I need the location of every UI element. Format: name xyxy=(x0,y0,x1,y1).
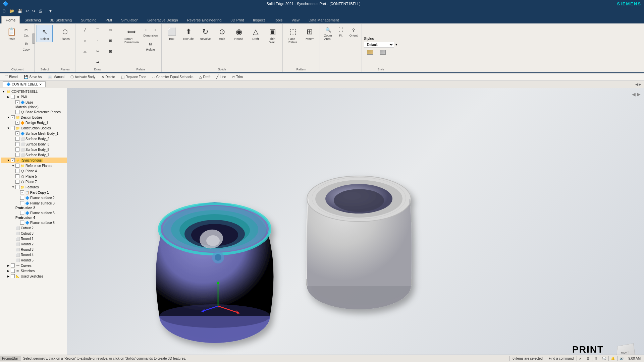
draw-pattern-button[interactable]: ⊞ xyxy=(104,46,116,56)
tree-item-surface-body-7[interactable]: ⬜ Surface Body_7 xyxy=(1,152,67,158)
tree-item-reference-planes[interactable]: ▼ 📁 Reference Planes xyxy=(1,163,67,168)
pattern-button[interactable]: ⊞ Pattern xyxy=(302,25,318,42)
surface-body-5-checkbox[interactable] xyxy=(15,147,19,152)
3d-viewport[interactable]: PRINT 3DD TOP FRONT ◀ ▶ xyxy=(67,88,644,362)
tree-item-surface-mesh-body-1[interactable]: ▶ ✓ 🔷 Surface Mesh Body_1 xyxy=(1,131,67,136)
tree-item-planar-surface-3[interactable]: 🔷 Planar surface 3 xyxy=(1,200,67,206)
undo-button[interactable]: ↩ xyxy=(24,8,30,14)
dimension-button[interactable]: ⟵⟶Dimension xyxy=(142,25,160,38)
view-nav-arrows[interactable]: ◀ ▶ xyxy=(632,92,641,97)
extrude-button[interactable]: ⬆ Extrude xyxy=(180,25,197,42)
synchronous-toggle[interactable]: ▼ xyxy=(6,158,11,163)
tree-item-surface-body-3[interactable]: ⬜ Surface Body_3 xyxy=(1,141,67,147)
style-icon-2[interactable] xyxy=(377,49,389,56)
tree-item-base[interactable]: ▶ ✓ 🔷 Base xyxy=(1,100,67,105)
reference-planes-checkbox[interactable] xyxy=(15,164,19,168)
design-body-1-checkbox[interactable]: ✓ xyxy=(15,121,19,125)
status-btn-2[interactable]: 🖥 xyxy=(584,356,592,361)
surface-body-3-checkbox[interactable] xyxy=(15,142,19,146)
tab-tools[interactable]: Tools xyxy=(270,16,287,23)
features-checkbox[interactable] xyxy=(15,185,19,189)
tree-item-planar-surface-2[interactable]: 🔷 Planar surface 2 xyxy=(1,195,67,200)
surface-body-7-checkbox[interactable] xyxy=(15,153,19,157)
draw-arc-button[interactable]: ⌒ xyxy=(92,25,104,35)
tree-item-surface-body-2[interactable]: ⬜ Surface Body_2 xyxy=(1,136,67,141)
pmi-toggle[interactable]: ▶ xyxy=(6,95,11,99)
view-next-arrow[interactable]: ▶ xyxy=(637,92,641,97)
sketches-checkbox[interactable] xyxy=(11,269,15,273)
draw-mirror-button[interactable]: ⇌ xyxy=(92,57,104,67)
save-button[interactable]: 💾 xyxy=(16,8,23,14)
draw-circle-button[interactable]: ○ xyxy=(79,36,91,46)
tree-item-base-ref-planes[interactable]: ▶ ⬡ Base Reference Planes xyxy=(1,109,67,115)
tree-item-synchronous[interactable]: ▼ ✓ ⚡ Synchronous xyxy=(1,158,67,163)
new-button[interactable]: 🗋 xyxy=(1,8,7,14)
draw-line-button[interactable]: ╱ xyxy=(79,25,91,35)
status-btn-5[interactable]: 🔔 xyxy=(608,356,617,361)
tree-item-sketches[interactable]: ▶ ✏ Sketches xyxy=(1,268,67,274)
construction-bodies-toggle[interactable]: ▼ xyxy=(6,126,11,130)
tab-reverse-engineering[interactable]: Reverse Engineering xyxy=(183,16,226,23)
tab-view[interactable]: View xyxy=(287,16,304,23)
planar-surface-2-checkbox[interactable] xyxy=(20,196,24,200)
hole-button[interactable]: ⊙ Hole xyxy=(214,25,230,42)
draft-ctx-button[interactable]: △ Draft xyxy=(198,74,212,80)
tab-nav-prev[interactable]: ◀ xyxy=(635,82,638,86)
tab-sketching[interactable]: Sketching xyxy=(20,16,45,23)
quick-access-toolbar[interactable]: 🗋 📂 💾 ↩ ↪ 🖨 | ▼ xyxy=(0,7,644,15)
tab-pmi[interactable]: PMI xyxy=(101,16,117,23)
box-button[interactable]: ⬜ Box xyxy=(164,25,180,42)
tab-nav-next[interactable]: ▶ xyxy=(639,82,641,86)
tree-item-round-4[interactable]: ⬜ Round 4 xyxy=(1,252,67,257)
design-bodies-toggle[interactable]: ▼ xyxy=(6,115,11,120)
orient-button[interactable]: ⧬ Orient xyxy=(347,25,360,38)
draft-button[interactable]: △ Draft xyxy=(248,25,264,42)
redo-button[interactable]: ↪ xyxy=(31,8,36,14)
plane-5-checkbox[interactable] xyxy=(15,174,19,178)
tree-item-surface-body-5[interactable]: ⬜ Surface Body_5 xyxy=(1,147,67,152)
root-toggle[interactable]: ▼ xyxy=(1,89,6,94)
tree-item-design-bodies[interactable]: ▼ ✓ 📁 Design Bodies xyxy=(1,115,67,120)
tab-simulation[interactable]: Simulation xyxy=(117,16,143,23)
part-copy-1-checkbox[interactable]: ✓ xyxy=(20,190,24,194)
base-ref-checkbox[interactable] xyxy=(15,110,19,114)
tab-data-management[interactable]: Data Management xyxy=(304,16,343,23)
style-icon-1[interactable] xyxy=(364,49,376,56)
features-toggle[interactable]: ▼ xyxy=(11,185,15,189)
status-btn-1[interactable]: ⤢ xyxy=(577,356,584,361)
find-command-input[interactable]: Find a command xyxy=(546,356,576,361)
face-relate-button[interactable]: ⬚ FaceRelate xyxy=(285,25,301,46)
tree-item-round-3[interactable]: ⬜ Round 3 xyxy=(1,247,67,252)
tree-item-plane-5[interactable]: ⬡ Plane 5 xyxy=(1,174,67,179)
doc-tab-content1bell[interactable]: 🔷 CONTENT1BELL ✕ xyxy=(3,81,46,87)
cut-button[interactable]: ✂Cut xyxy=(20,25,32,38)
base-checkbox[interactable]: ✓ xyxy=(15,100,19,104)
pmi-checkbox[interactable] xyxy=(11,95,15,99)
draw-trim-button[interactable]: ✂ xyxy=(92,46,104,56)
reference-planes-toggle[interactable]: ▼ xyxy=(11,163,15,168)
chamfer-equal-setbacks-button[interactable]: ⌓ Chamfer Equal Setbacks xyxy=(151,74,195,80)
smart-dimension-button[interactable]: ⟺ SmartDimension xyxy=(122,25,141,46)
fit-button[interactable]: ⛶ Fit xyxy=(335,25,347,38)
tab-3d-print[interactable]: 3D Print xyxy=(226,16,248,23)
delete-button[interactable]: ✕ Delete xyxy=(100,74,117,80)
used-sketches-checkbox[interactable] xyxy=(11,274,15,278)
draw-fillet-button[interactable]: ⌓ xyxy=(79,46,91,56)
select-button[interactable]: ↖ Select xyxy=(37,25,53,42)
tree-item-round-5[interactable]: ⬜ Round 5 xyxy=(1,257,67,263)
tab-3d-sketching[interactable]: 3D Sketching xyxy=(46,16,76,23)
plane-7-checkbox[interactable] xyxy=(15,180,19,184)
tree-item-planar-surface-8[interactable]: 🔷 Planar surface 8 xyxy=(1,220,67,225)
ribbon-tab-bar[interactable]: Home Sketching 3D Sketching Surfacing PM… xyxy=(0,15,644,23)
tab-surfacing[interactable]: Surfacing xyxy=(76,16,101,23)
zoom-area-button[interactable]: 🔍 ZoomArea xyxy=(322,25,334,42)
sketches-toggle[interactable]: ▶ xyxy=(6,268,11,273)
draw-point-button[interactable]: · xyxy=(92,36,104,46)
style-dropdown[interactable]: Default xyxy=(364,42,394,48)
tree-item-protrusion-4[interactable]: Protrusion 4 xyxy=(1,216,67,220)
revolve-button[interactable]: ↻ Revolve xyxy=(197,25,213,42)
planar-surface-8-checkbox[interactable] xyxy=(20,221,24,225)
tree-root[interactable]: ▼ 📁 CONTENT1BELL xyxy=(1,89,67,94)
status-btn-3[interactable]: ⚙ xyxy=(592,356,599,361)
round-button[interactable]: ◉ Round xyxy=(231,25,247,42)
